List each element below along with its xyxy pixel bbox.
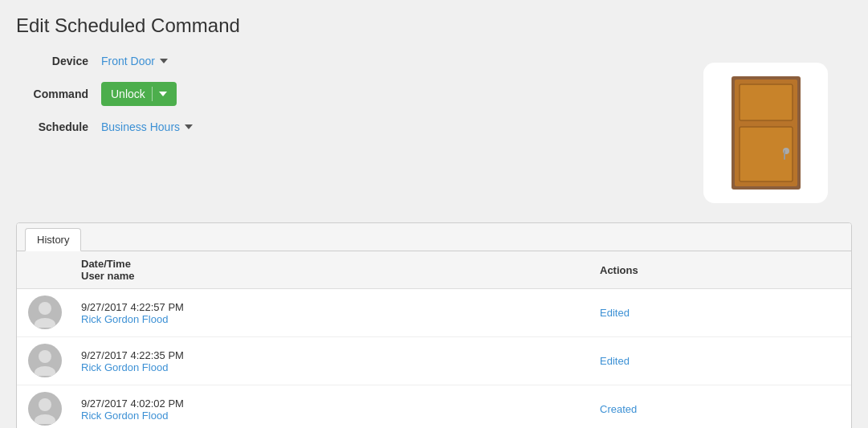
avatar-cell — [17, 289, 73, 337]
th-avatar — [17, 251, 73, 289]
svg-point-9 — [35, 366, 55, 376]
datetime-value: 9/27/2017 4:02:02 PM — [81, 397, 584, 410]
username-value[interactable]: Rick Gordon Flood — [81, 361, 584, 373]
action-cell: Edited — [592, 289, 851, 337]
user-avatar-icon — [30, 393, 60, 424]
door-image-box — [703, 63, 828, 203]
svg-rect-2 — [740, 84, 793, 120]
action-link[interactable]: Edited — [600, 307, 630, 319]
action-cell: Created — [592, 385, 851, 429]
device-value: Front Door — [101, 55, 155, 67]
schedule-row: Schedule Business Hours — [16, 120, 193, 133]
device-dropdown[interactable]: Front Door — [101, 55, 168, 67]
datetime-cell: 9/27/2017 4:22:57 PM Rick Gordon Flood — [73, 289, 592, 337]
form-section: Device Front Door Command Unlock Schedul… — [16, 55, 852, 203]
device-row: Device Front Door — [16, 55, 193, 67]
action-link[interactable]: Created — [600, 403, 637, 415]
form-fields: Device Front Door Command Unlock Schedul… — [16, 55, 193, 133]
svg-point-11 — [35, 414, 55, 424]
svg-point-8 — [39, 350, 51, 363]
schedule-dropdown[interactable]: Business Hours — [101, 120, 193, 133]
command-btn-divider — [152, 87, 153, 101]
command-btn-arrow-icon — [159, 92, 167, 96]
svg-point-7 — [35, 318, 55, 328]
table-row: 9/27/2017 4:22:35 PM Rick Gordon FloodEd… — [17, 337, 851, 385]
username-value[interactable]: Rick Gordon Flood — [81, 313, 584, 325]
schedule-value: Business Hours — [101, 120, 180, 133]
table-row: 9/27/2017 4:02:02 PM Rick Gordon FloodCr… — [17, 385, 851, 429]
command-value: Unlock — [111, 88, 145, 100]
avatar-cell — [17, 337, 73, 385]
page-title: Edit Scheduled Command — [16, 14, 852, 37]
user-avatar-icon — [30, 345, 60, 376]
datetime-value: 9/27/2017 4:22:57 PM — [81, 301, 584, 313]
datetime-value: 9/27/2017 4:22:35 PM — [81, 349, 584, 361]
schedule-dropdown-arrow-icon — [185, 124, 193, 129]
avatar — [28, 344, 62, 377]
history-section: History Date/Time User name Actions — [16, 222, 852, 428]
th-datetime: Date/Time User name — [73, 251, 592, 289]
svg-point-6 — [39, 302, 51, 315]
history-tab-bar: History — [17, 223, 851, 251]
th-actions: Actions — [592, 251, 851, 289]
action-link[interactable]: Edited — [600, 355, 630, 367]
history-tab[interactable]: History — [25, 228, 81, 251]
username-value[interactable]: Rick Gordon Flood — [81, 410, 584, 422]
schedule-label: Schedule — [16, 120, 88, 133]
svg-rect-5 — [784, 150, 785, 160]
action-cell: Edited — [592, 337, 851, 385]
avatar — [28, 296, 62, 329]
datetime-cell: 9/27/2017 4:22:35 PM Rick Gordon Flood — [73, 337, 592, 385]
device-label: Device — [16, 55, 88, 67]
command-row: Command Unlock — [16, 82, 193, 106]
device-dropdown-arrow-icon — [160, 59, 168, 63]
table-row: 9/27/2017 4:22:57 PM Rick Gordon FloodEd… — [17, 289, 851, 337]
datetime-cell: 9/27/2017 4:02:02 PM Rick Gordon Flood — [73, 385, 592, 429]
command-button[interactable]: Unlock — [101, 82, 177, 106]
command-label: Command — [16, 88, 88, 100]
avatar-cell — [17, 385, 73, 429]
table-header-row: Date/Time User name Actions — [17, 251, 851, 289]
door-illustration — [730, 75, 802, 191]
avatar — [28, 392, 62, 426]
history-table: Date/Time User name Actions 9/27/2017 4:… — [17, 251, 851, 428]
page-wrapper: Edit Scheduled Command Device Front Door… — [0, 0, 868, 428]
svg-point-10 — [39, 398, 51, 411]
user-avatar-icon — [30, 297, 60, 328]
